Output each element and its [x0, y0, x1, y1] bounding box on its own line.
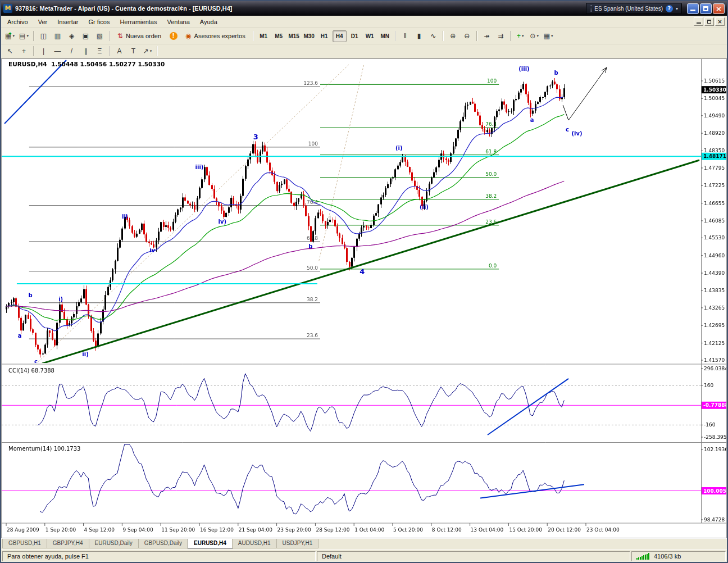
- candlestick-chart-icon: ▮: [417, 33, 421, 39]
- mdi-minimize-button[interactable]: [694, 17, 703, 26]
- timeframe-m15-button[interactable]: M15: [287, 30, 301, 42]
- text-button[interactable]: A: [113, 46, 126, 57]
- menu-archivo[interactable]: Archivo: [2, 17, 33, 27]
- tab-eurusd-daily[interactable]: EURUSD,Daily: [89, 539, 139, 548]
- arrows-button[interactable]: ↗▾: [141, 46, 154, 57]
- market-watch-button[interactable]: ◫: [37, 30, 50, 42]
- toolbar-standard: ▦+▾▤▾◫▥◈▣▧⇅Nueva orden!◉Asesores experto…: [1, 28, 727, 44]
- timeframe-mn-button[interactable]: MN: [378, 30, 392, 42]
- tab-eurusd-h4[interactable]: EURUSD,H4: [188, 539, 233, 549]
- alert-warning-button[interactable]: !: [167, 30, 180, 42]
- terminal-button[interactable]: ▣: [79, 30, 92, 42]
- vertical-line-button[interactable]: |: [37, 46, 50, 57]
- close-button[interactable]: ×: [713, 3, 725, 14]
- restore-button[interactable]: [700, 3, 712, 14]
- horizontal-line-button[interactable]: —: [51, 46, 64, 57]
- new-order-label: Nueva orden: [126, 33, 161, 39]
- market-watch-icon: ◫: [40, 33, 47, 39]
- profiles-button[interactable]: ▤▾: [17, 30, 30, 42]
- dropdown-arrow-icon[interactable]: ▾: [150, 49, 152, 53]
- tab-gbpusd-daily[interactable]: GBPUSD,Daily: [138, 539, 188, 548]
- trendline-button[interactable]: /: [65, 46, 78, 57]
- fibonacci-button[interactable]: Ξ: [93, 46, 106, 57]
- menu-bar: ArchivoVerInsertarGr ficosHerramientasVe…: [1, 16, 727, 28]
- new-chart-button[interactable]: ▦+▾: [3, 30, 16, 42]
- timeframe-m30-button[interactable]: M30: [302, 30, 316, 42]
- text-label-button[interactable]: T: [127, 46, 140, 57]
- candlestick-chart-button[interactable]: ▮: [413, 30, 426, 42]
- menu-ayuda[interactable]: Ayuda: [195, 17, 222, 27]
- language-bar[interactable]: ES Spanish (United States) ? ▾: [586, 3, 682, 14]
- zoom-out-button[interactable]: ⊖: [461, 30, 474, 42]
- tab-usdjpy-h1[interactable]: USDJPY,H1: [276, 539, 319, 548]
- dropdown-arrow-icon[interactable]: ▾: [13, 34, 15, 38]
- menu-grficos[interactable]: Gr ficos: [84, 17, 115, 27]
- zoom-in-button[interactable]: ⊕: [447, 30, 459, 42]
- chart-canvas[interactable]: [2, 59, 726, 538]
- templates-icon: ▦: [544, 33, 550, 39]
- line-chart-button[interactable]: ∿: [427, 30, 440, 42]
- timeframe-w1-button[interactable]: W1: [363, 30, 377, 42]
- indicators-button[interactable]: +▾: [514, 30, 527, 42]
- bar-chart-icon: ‖: [404, 33, 407, 39]
- toolbar-separator: [510, 31, 511, 41]
- timeframe-m5-button[interactable]: M5: [272, 30, 286, 42]
- dropdown-arrow-icon[interactable]: ▾: [522, 34, 524, 38]
- timeframe-h4-button[interactable]: H4: [333, 30, 347, 42]
- title-bar: M 937816: MetaTrader - Alpari (US) - Cue…: [1, 1, 727, 16]
- mdi-restore-button[interactable]: [704, 17, 714, 26]
- language-options-icon[interactable]: ▾: [676, 6, 678, 11]
- zoom-out-icon: ⊖: [464, 33, 470, 39]
- navigator-button[interactable]: ◈: [65, 30, 78, 42]
- tab-gbpjpy-h4[interactable]: GBPJPY,H4: [47, 539, 89, 548]
- chart-region: [1, 58, 727, 538]
- cursor-icon: ↖: [7, 48, 12, 55]
- vertical-line-icon: |: [43, 48, 44, 55]
- indicators-icon: +: [517, 33, 521, 39]
- menu-herramientas[interactable]: Herramientas: [115, 17, 162, 27]
- fibonacci-icon: Ξ: [98, 48, 102, 55]
- tab-audusd-h1[interactable]: AUDUSD,H1: [232, 539, 277, 548]
- cursor-button[interactable]: ↖: [3, 46, 16, 57]
- chart-shift-button[interactable]: ⇉: [494, 30, 507, 42]
- zoom-in-icon: ⊕: [450, 33, 456, 39]
- window-title: 937816: MetaTrader - Alpari (US) - Cuent…: [15, 5, 583, 12]
- tab-gbpusd-h1[interactable]: GBPUSD,H1: [2, 539, 47, 548]
- horizontal-line-icon: —: [54, 48, 61, 55]
- crosshair-button[interactable]: +: [17, 46, 30, 57]
- toolbar-separator: [157, 46, 158, 56]
- status-profile[interactable]: Default: [317, 551, 630, 561]
- text-icon: A: [117, 48, 121, 55]
- templates-button[interactable]: ▦▾: [542, 30, 555, 42]
- alert-warning-icon: !: [170, 32, 178, 40]
- menu-items: ArchivoVerInsertarGr ficosHerramientasVe…: [2, 17, 694, 27]
- bar-chart-button[interactable]: ‖: [399, 30, 412, 42]
- periods-button[interactable]: ⊙▾: [528, 30, 541, 42]
- strategy-tester-button[interactable]: ▧: [93, 30, 106, 42]
- menu-insertar[interactable]: Insertar: [52, 17, 83, 27]
- text-label-icon: T: [131, 48, 135, 55]
- data-window-button[interactable]: ▥: [51, 30, 64, 42]
- language-bar-grip-icon[interactable]: [590, 5, 592, 12]
- language-help-icon[interactable]: ?: [666, 5, 673, 12]
- toolbar-drawing: ↖+|—/∥ΞAT↗▾: [1, 44, 727, 58]
- app-icon: M: [3, 4, 12, 13]
- dropdown-arrow-icon[interactable]: ▾: [536, 34, 539, 38]
- menu-ver[interactable]: Ver: [33, 17, 53, 27]
- timeframe-d1-button[interactable]: D1: [348, 30, 362, 42]
- traffic-label: 4106/3 kb: [654, 553, 681, 560]
- equidistant-channel-button[interactable]: ∥: [79, 46, 92, 57]
- dropdown-arrow-icon[interactable]: ▾: [26, 34, 29, 38]
- menu-ventana[interactable]: Ventana: [162, 17, 194, 27]
- expert-advisors-button[interactable]: ◉Asesores expertos: [181, 30, 250, 42]
- auto-scroll-button[interactable]: ↠: [480, 30, 493, 42]
- minimize-button[interactable]: [687, 3, 699, 14]
- new-order-button[interactable]: ⇅Nueva orden: [113, 30, 166, 42]
- connection-bars-icon: [636, 553, 649, 560]
- dropdown-arrow-icon[interactable]: ▾: [551, 34, 553, 38]
- timeframe-m1-button[interactable]: M1: [257, 30, 271, 42]
- mdi-close-button[interactable]: ×: [715, 17, 725, 26]
- toolbar-separator: [109, 46, 110, 56]
- timeframe-h1-button[interactable]: H1: [317, 30, 331, 42]
- window-controls: ×: [687, 3, 725, 14]
